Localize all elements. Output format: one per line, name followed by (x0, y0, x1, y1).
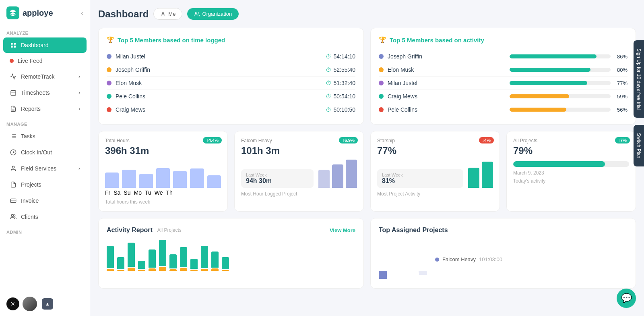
list-item: Falcom Heavy 101:03:00 (435, 256, 502, 262)
svg-rect-4 (11, 91, 16, 96)
trial-banner[interactable]: Sign Up for 10 days free trial (634, 40, 644, 118)
ar-bar-teal (159, 240, 166, 266)
svg-rect-2 (11, 46, 13, 48)
sidebar-item-field-services[interactable]: Field Services › (3, 161, 87, 176)
svg-point-20 (11, 214, 13, 216)
ar-bar-group (222, 257, 229, 271)
sidebar-item-dashboard[interactable]: Dashboard (3, 37, 87, 53)
ar-bar-yellow (180, 268, 187, 271)
bar-th (207, 175, 221, 188)
sidebar-toggle-button[interactable]: ‹ (81, 9, 83, 17)
clients-icon (10, 213, 17, 220)
ar-bar-yellow (107, 269, 114, 271)
top-activity-card-title: 🏆 Top 5 Members based on activity (379, 36, 627, 44)
activity-bar: 56% (510, 107, 627, 113)
sidebar-item-live-feed[interactable]: Live Feed (3, 54, 87, 68)
switch-plan-banner[interactable]: Switch Plan (634, 125, 644, 166)
total-hours-card: Total Hours ↑4.4% 396h 31m Fr Sa Su Mo T… (98, 131, 228, 212)
ar-bar-teal (117, 257, 124, 269)
ar-bar-yellow (149, 268, 156, 271)
reports-chevron: › (78, 106, 80, 112)
member-name: Elon Musk (388, 67, 506, 73)
donut-legend: Falcom Heavy 101:03:00 (435, 256, 502, 262)
invoice-icon (10, 197, 17, 204)
organization-button[interactable]: Organization (187, 8, 239, 20)
bar-we (190, 168, 204, 188)
ar-bar-group (180, 247, 187, 271)
sidebar-item-projects[interactable]: Projects (3, 177, 87, 192)
member-avatar (107, 67, 111, 72)
section-label-admin: Admin (0, 225, 90, 236)
falcom-mini-bars (318, 160, 357, 188)
trophy-activity-icon: 🏆 (379, 36, 386, 44)
progress-bar-bg (510, 94, 611, 98)
donut-chart (379, 239, 427, 280)
member-avatar (107, 81, 111, 85)
svg-rect-18 (10, 199, 16, 202)
falcom-lw-label: Last Week (246, 173, 309, 177)
activity-report-card: Activity Report All Projects View More (98, 218, 364, 289)
me-button[interactable]: Me (153, 8, 182, 20)
member-time: ⏱ 52:55:40 (326, 67, 356, 73)
logo-icon (6, 6, 19, 19)
sidebar-item-reports[interactable]: Reports › (3, 101, 87, 116)
view-more-button[interactable]: View More (330, 227, 355, 233)
label-tu: Tu (145, 189, 151, 196)
progress-bar-bg (510, 54, 611, 58)
falcom-value: 101h 3m (241, 145, 357, 156)
ar-bar-teal (169, 254, 177, 268)
sidebar-item-clock-in-out[interactable]: Clock In/Out (3, 145, 87, 160)
ar-bar-yellow (169, 269, 177, 271)
progress-pct: 56% (613, 107, 627, 113)
ar-bar-teal (222, 257, 229, 269)
activity-bar: 80% (510, 67, 627, 73)
table-row: Pele Collins 56% (379, 103, 627, 116)
ar-bar-group (190, 259, 198, 271)
progress-bar-fill (510, 81, 587, 85)
top-time-card-title: 🏆 Top 5 Members based on time logged (107, 36, 355, 44)
ar-bar-teal (138, 261, 145, 269)
ar-bar-teal (180, 247, 187, 267)
clock-icon: ⏱ (326, 106, 331, 113)
sidebar-user[interactable]: ✕ ▲ (0, 292, 90, 316)
sidebar-item-clients[interactable]: Clients (3, 209, 87, 225)
starship-mini-bars (468, 160, 493, 188)
top-time-card: 🏆 Top 5 Members based on time logged Mil… (98, 28, 364, 125)
activity-bar: 86% (510, 54, 627, 60)
sidebar-invoice-label: Invoice (21, 198, 39, 204)
logo-area: apploye ‹ (0, 0, 90, 26)
clock-in-out-icon (10, 149, 17, 156)
progress-bar-bg (510, 108, 611, 112)
chat-button[interactable]: 💬 (617, 289, 636, 308)
sidebar-item-invoice[interactable]: Invoice (3, 193, 87, 208)
progress-pct: 86% (613, 54, 627, 60)
sidebar-item-remotetrack[interactable]: RemoteTrack › (3, 69, 87, 84)
all-projects-value: 79% (513, 145, 629, 156)
ar-bar-group (149, 249, 156, 271)
sidebar-tasks-label: Tasks (21, 133, 35, 139)
scroll-up-button[interactable]: ▲ (42, 298, 53, 310)
mini-bar (482, 162, 493, 188)
sidebar-item-timesheets[interactable]: Timesheets › (3, 85, 87, 100)
page-title: Dashboard (98, 8, 149, 20)
bar-mo (156, 168, 170, 188)
label-th: Th (166, 189, 173, 196)
member-name: Elon Musk (116, 80, 322, 86)
section-label-manage: Manage (0, 117, 90, 128)
bar-chart (105, 160, 221, 188)
clock-icon: ⏱ (326, 93, 331, 100)
top-cards-section: 🏆 Top 5 Members based on time logged Mil… (98, 28, 636, 125)
label-mo: Mo (134, 189, 141, 196)
ar-bar-group (201, 246, 208, 271)
ar-bar-yellow (138, 270, 145, 271)
ar-bar-group (138, 261, 145, 271)
field-services-icon (10, 165, 17, 172)
svg-rect-3 (14, 46, 16, 48)
mini-bar (318, 170, 330, 188)
progress-bar-fill (510, 94, 569, 98)
bar-tu (173, 171, 187, 188)
table-row: Pele Collins ⏱ 50:54:10 (107, 90, 355, 103)
sidebar-item-tasks[interactable]: Tasks (3, 129, 87, 144)
falcom-heavy-card: Falcom Heavy ↑6.9% 101h 3m Last Week 94h… (234, 131, 364, 212)
ar-bar-yellow (117, 270, 124, 271)
